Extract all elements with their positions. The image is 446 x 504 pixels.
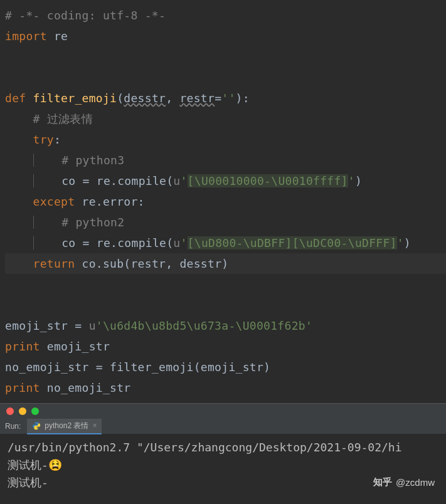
- code-line: # 过滤表情: [5, 108, 446, 129]
- run-tab-bar: Run: python2 表情 ×: [0, 419, 446, 434]
- run-tab[interactable]: python2 表情 ×: [27, 419, 102, 434]
- code-line: def filter_emoji(desstr, restr=''):: [5, 88, 446, 108]
- close-icon[interactable]: [6, 407, 14, 415]
- watermark: 知乎 @zcdmw: [373, 476, 435, 488]
- code-line: [5, 295, 446, 315]
- code-line: # python3: [5, 150, 446, 171]
- code-line: [5, 46, 446, 67]
- watermark-handle: @zcdmw: [396, 477, 435, 488]
- maximize-icon[interactable]: [31, 407, 39, 415]
- code-line: [5, 274, 446, 295]
- code-line: print no_emoji_str: [5, 377, 446, 398]
- tab-close-icon[interactable]: ×: [92, 421, 97, 430]
- terminal-line: 测试机-😫: [8, 456, 438, 474]
- code-line: except re.error:: [5, 191, 446, 212]
- zhihu-logo-icon: 知乎: [373, 476, 392, 488]
- code-line: no_emoji_str = filter_emoji(emoji_str): [5, 357, 446, 377]
- code-line: # -*- coding: utf-8 -*-: [5, 5, 446, 26]
- python-icon: [32, 421, 41, 430]
- terminal-line: /usr/bin/python2.7 "/Users/zhangcong/Des…: [8, 439, 438, 456]
- minimize-icon[interactable]: [19, 407, 26, 415]
- tab-label: python2 表情: [45, 421, 88, 431]
- run-label: Run:: [5, 422, 21, 431]
- code-line: return co.sub(restr, desstr): [5, 253, 446, 274]
- code-line: try:: [5, 129, 446, 150]
- code-line: [5, 67, 446, 88]
- code-editor[interactable]: # -*- coding: utf-8 -*- import re def fi…: [0, 0, 446, 403]
- code-line: emoji_str = u'\u6d4b\u8bd5\u673a-\U0001f…: [5, 315, 446, 336]
- code-line: co = re.compile(u'[\uD800-\uDBFF][\uDC00…: [5, 233, 446, 253]
- window-controls: [0, 404, 446, 419]
- code-line: # python2: [5, 212, 446, 233]
- code-line: import re: [5, 26, 446, 46]
- code-line: co = re.compile(u'[\U00010000-\U0010ffff…: [5, 171, 446, 191]
- code-line: print emoji_str: [5, 336, 446, 357]
